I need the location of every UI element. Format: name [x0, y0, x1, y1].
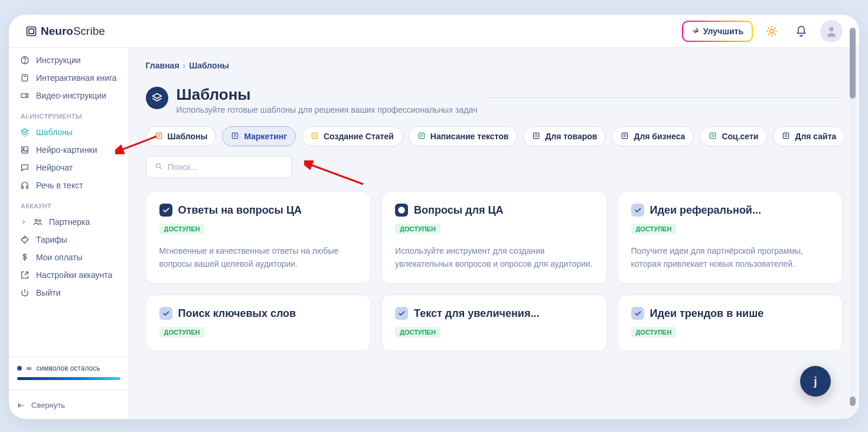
upgrade-button[interactable]: Улучшить	[683, 22, 752, 41]
category-4[interactable]: Для товаров	[523, 126, 606, 146]
collapse-label: Свернуть	[31, 401, 65, 410]
svg-line-7	[768, 28, 769, 28]
category-icon	[782, 132, 791, 141]
chat-fab[interactable]: ј	[800, 366, 831, 397]
sidebar-item-plans[interactable]: Тарифы	[12, 231, 124, 248]
sidebar-item-neuro-images[interactable]: Нейро-картинки	[12, 141, 124, 159]
category-icon	[155, 132, 164, 141]
sidebar-item-payments[interactable]: Мои оплаты	[12, 248, 124, 266]
search-input[interactable]	[168, 162, 283, 172]
sidebar-item-neuro-chat[interactable]: Нейрочат	[12, 159, 124, 176]
svg-point-2	[770, 29, 774, 33]
sidebar-item-logout[interactable]: Выйти	[12, 284, 124, 302]
search-icon	[155, 162, 163, 172]
card-icon	[159, 307, 172, 320]
sidebar-item-affiliate[interactable]: Партнерка	[12, 213, 124, 231]
svg-point-11	[829, 27, 833, 31]
card-title: Текст для увеличения...	[414, 307, 539, 320]
chat-icon: ј	[814, 375, 817, 388]
category-label: Маркетинг	[244, 132, 287, 141]
layers-icon	[19, 127, 30, 138]
sidebar-group-tools: AI-ИНСТРУМЕНТЫ	[12, 104, 124, 123]
sidebar-item-label: Интерактивная книга	[36, 73, 117, 83]
sidebar-item-label: Шаблоны	[36, 127, 73, 137]
category-label: Соц.сети	[722, 132, 758, 141]
status-badge: ДОСТУПЕН	[631, 224, 677, 234]
infinity-icon: ∞	[27, 364, 32, 372]
svg-line-10	[775, 28, 775, 28]
category-5[interactable]: Для бизнеса	[612, 126, 694, 146]
breadcrumb-current: Шаблоны	[189, 61, 229, 70]
page-title: Шаблоны	[177, 86, 478, 104]
svg-point-53	[156, 163, 160, 168]
dollar-icon	[19, 252, 30, 263]
template-card-1[interactable]: ?Вопросы для ЦАДОСТУПЕНИспользуйте инстр…	[381, 191, 606, 284]
category-3[interactable]: Написание текстов	[409, 126, 518, 146]
category-2[interactable]: Создание Статей	[302, 126, 403, 146]
sidebar-item-label: Видео-инструкции	[36, 91, 106, 100]
category-0[interactable]: Шаблоны	[146, 126, 217, 146]
template-card-0[interactable]: Ответы на вопросы ЦАДОСТУПЕНМгновенные и…	[146, 191, 371, 284]
category-label: Для бизнеса	[634, 132, 685, 141]
page-subtitle: Используйте готовые шаблоны для решения …	[177, 105, 478, 114]
svg-line-8	[775, 34, 775, 34]
chat-icon	[19, 162, 30, 173]
card-icon	[631, 204, 644, 217]
template-card-3[interactable]: Поиск ключевых словДОСТУПЕН	[146, 294, 371, 351]
theme-toggle[interactable]	[761, 21, 782, 42]
svg-rect-14	[22, 75, 27, 81]
category-6[interactable]: Соц.сети	[700, 126, 767, 146]
category-7[interactable]: Для сайта	[773, 126, 843, 146]
status-badge: ДОСТУПЕН	[159, 224, 205, 234]
svg-point-22	[39, 220, 41, 221]
template-card-5[interactable]: Идеи трендов в нишеДОСТУПЕН	[618, 294, 843, 351]
sidebar-item-label: Партнерка	[49, 217, 90, 227]
card-icon	[159, 204, 172, 217]
quota-dot	[17, 366, 22, 371]
card-title: Идеи реферальной...	[650, 204, 761, 217]
notifications-button[interactable]	[791, 21, 812, 42]
search-box[interactable]	[146, 156, 292, 178]
category-label: Для товаров	[545, 132, 597, 141]
logo-text-reg: Scribe	[73, 25, 105, 37]
svg-point-21	[35, 219, 37, 221]
category-icon	[621, 132, 630, 141]
card-title: Вопросы для ЦА	[414, 204, 504, 217]
sidebar-item-label: Нейро-картинки	[36, 145, 97, 155]
chevron-right-icon: ›	[183, 61, 186, 70]
headphones-icon	[19, 180, 30, 191]
breadcrumb-root[interactable]: Главная	[146, 61, 180, 70]
template-card-2[interactable]: Идеи реферальной...ДОСТУПЕНПолучите идеи…	[618, 191, 843, 284]
status-badge: ДОСТУПЕН	[395, 224, 440, 234]
sidebar-item-instructions[interactable]: Инструкции	[12, 51, 124, 69]
sidebar: Инструкции Интерактивная книга Видео-инс…	[9, 48, 129, 419]
template-card-4[interactable]: Текст для увеличения...ДОСТУПЕН	[381, 294, 606, 351]
help-icon	[19, 55, 30, 66]
sidebar-item-video-instructions[interactable]: Видео-инструкции	[12, 87, 124, 104]
status-badge: ДОСТУПЕН	[159, 327, 205, 338]
card-description: Получите идеи для партнёрской программы,…	[631, 245, 829, 270]
svg-point-23	[23, 238, 24, 238]
chevron-right-icon	[19, 218, 28, 226]
logo-text-bold: Neuro	[41, 25, 73, 37]
sidebar-item-templates[interactable]: Шаблоны	[12, 123, 124, 141]
sidebar-item-speech-to-text[interactable]: Речь в текст	[12, 176, 124, 194]
card-icon: ?	[395, 204, 408, 217]
avatar[interactable]	[820, 20, 843, 42]
svg-rect-0	[27, 27, 36, 35]
category-label: Написание текстов	[430, 132, 509, 141]
sidebar-item-label: Выйти	[36, 288, 60, 297]
status-badge: ДОСТУПЕН	[395, 327, 440, 338]
card-title: Идеи трендов в нише	[650, 307, 764, 320]
layers-icon	[146, 87, 168, 109]
collapse-sidebar[interactable]: Свернуть	[17, 401, 120, 410]
collapse-icon	[17, 401, 25, 410]
breadcrumb: Главная › Шаблоны	[146, 61, 843, 70]
sidebar-item-interactive-book[interactable]: Интерактивная книга	[12, 69, 124, 87]
quota-label: символов осталось	[37, 364, 100, 372]
sidebar-item-account-settings[interactable]: Настройки аккаунта	[12, 266, 124, 284]
category-1[interactable]: Маркетинг	[222, 126, 296, 146]
logo[interactable]: NeuroScribe	[25, 25, 105, 38]
book-icon	[19, 73, 30, 83]
main-panel: Главная › Шаблоны Шаблоны Используйте го…	[129, 48, 859, 419]
